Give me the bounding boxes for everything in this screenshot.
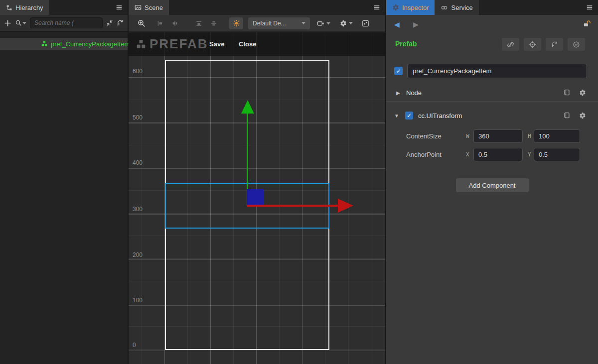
target-icon (529, 41, 536, 48)
tab-service[interactable]: Service (435, 0, 478, 15)
node-active-checkbox[interactable]: ✓ (394, 67, 403, 75)
docs-icon[interactable] (563, 112, 570, 119)
history-forward-button[interactable]: ▶ (413, 20, 419, 28)
hamburger-icon (373, 4, 380, 11)
tab-hierarchy[interactable]: Hierarchy (0, 0, 49, 15)
prefab-close-button[interactable]: Close (239, 40, 256, 48)
node-section-header[interactable]: ▶ Node (386, 85, 598, 102)
tree-item-label: pref_CurrencyPackageItem (51, 40, 130, 48)
scene-panel: Scene Default De... (129, 0, 386, 364)
inspector-menu-button[interactable] (581, 0, 598, 15)
camera-icon (317, 19, 324, 27)
gizmo-y-axis-arrowhead[interactable] (241, 100, 254, 114)
uitransform-enabled-checkbox[interactable]: ✓ (405, 112, 413, 120)
anchor-point-x-input[interactable] (473, 148, 523, 161)
node-name-row: ✓ (386, 64, 598, 78)
chevron-down-icon (349, 22, 353, 24)
history-back-button[interactable]: ◀ (394, 20, 400, 28)
create-node-button[interactable] (4, 19, 11, 27)
align-left-button[interactable] (156, 20, 163, 27)
content-size-height-input[interactable] (534, 129, 580, 143)
camera-settings-dropdown[interactable] (317, 19, 330, 27)
chevron-down-icon (301, 22, 305, 24)
gear-icon (340, 20, 347, 27)
search-input[interactable] (30, 17, 103, 28)
prefab-asset-row: Prefab (386, 38, 598, 51)
tab-scene[interactable]: Scene (129, 0, 169, 15)
render-mode-value: Default De... (253, 20, 286, 27)
uitransform-section-label: cc.UITransform (418, 112, 462, 120)
collapse-all-button[interactable] (106, 19, 113, 26)
hamburger-icon (586, 4, 593, 11)
align-center-button[interactable] (210, 20, 217, 27)
width-key-label: W (466, 133, 469, 139)
hierarchy-menu-button[interactable] (111, 0, 128, 15)
tab-hierarchy-label: Hierarchy (15, 4, 43, 11)
prefab-cubes-icon (41, 40, 48, 47)
unlink-icon (507, 41, 514, 48)
scene-toolbar: Default De... (129, 15, 385, 32)
node-anchor-handle[interactable] (247, 189, 264, 206)
sun-icon (233, 19, 240, 27)
hierarchy-toolbar (0, 15, 128, 32)
x-key-label: X (466, 151, 469, 158)
content-size-width-input[interactable] (473, 129, 523, 143)
height-key-label: H (528, 133, 531, 139)
zoom-tool-button[interactable] (138, 19, 146, 27)
tab-inspector[interactable]: Inspector (386, 0, 435, 15)
hierarchy-icon (6, 4, 12, 11)
apply-prefab-button[interactable] (568, 38, 585, 51)
scene-tabbar: Scene (129, 0, 385, 15)
revert-prefab-button[interactable] (546, 38, 563, 51)
gear-icon[interactable] (579, 89, 586, 96)
docs-icon[interactable] (563, 89, 570, 96)
inspector-nav: ◀ ▶ (386, 19, 598, 31)
node-name-input[interactable] (407, 64, 587, 78)
ruler-label: 100 (133, 297, 143, 304)
uitransform-section-header[interactable]: ▼ ✓ cc.UITransform (386, 108, 598, 124)
unlink-prefab-button[interactable] (502, 38, 519, 51)
inspector-tabbar: Inspector Service (386, 0, 598, 15)
chevron-down-icon (22, 22, 26, 24)
align-top-button[interactable] (195, 20, 202, 27)
refresh-button[interactable] (117, 19, 124, 26)
tree-item-prefab-root[interactable]: pref_CurrencyPackageItem (0, 38, 128, 50)
add-component-button[interactable]: Add Component (456, 178, 529, 192)
content-size-label: ContentSize (406, 132, 442, 140)
tab-inspector-label: Inspector (402, 4, 429, 11)
render-mode-dropdown[interactable]: Default De... (248, 17, 310, 29)
ruler-label: 400 (133, 159, 143, 166)
content-size-row: ContentSize W H (386, 129, 598, 143)
prefab-action-buttons (502, 38, 585, 51)
scene-viewport[interactable]: 600 500 400 300 200 100 0 PREFAB Save Cl… (129, 32, 385, 364)
scene-menu-button[interactable] (368, 0, 385, 15)
hierarchy-panel: Hierarchy pref_CurrencyPackageItem (0, 0, 129, 364)
search-filter-dropdown[interactable] (15, 19, 26, 26)
lighting-toggle-button[interactable] (229, 17, 243, 29)
prefab-mode-title: PREFAB (150, 36, 208, 52)
gear-icon[interactable] (579, 112, 586, 119)
locate-asset-button[interactable] (524, 38, 541, 51)
anchor-point-y-input[interactable] (534, 148, 580, 161)
tab-service-label: Service (451, 4, 472, 11)
scene-settings-dropdown[interactable] (340, 20, 353, 27)
scene-icon (135, 4, 142, 11)
ruler-label: 500 (133, 114, 143, 121)
gear-icon (392, 4, 399, 11)
prefab-badge: Prefab (395, 40, 417, 48)
ruler-label: 600 (133, 68, 143, 75)
chevron-down-icon (326, 22, 330, 24)
prefab-edit-bar: PREFAB Save Close (129, 32, 385, 56)
gizmo-x-axis[interactable] (247, 205, 339, 207)
prefab-cubes-icon (136, 39, 147, 50)
y-key-label: Y (528, 151, 531, 158)
chevron-down-icon[interactable]: ▼ (394, 113, 399, 119)
align-right-button[interactable] (171, 20, 178, 27)
link-icon (441, 4, 448, 11)
chevron-right-icon[interactable]: ▶ (396, 90, 400, 96)
lock-icon[interactable] (583, 20, 591, 27)
gizmo-x-axis-arrowhead[interactable] (338, 199, 353, 213)
ruler-label: 0 (133, 342, 136, 349)
layout-toggle-button[interactable] (362, 19, 369, 27)
prefab-save-button[interactable]: Save (209, 40, 224, 48)
